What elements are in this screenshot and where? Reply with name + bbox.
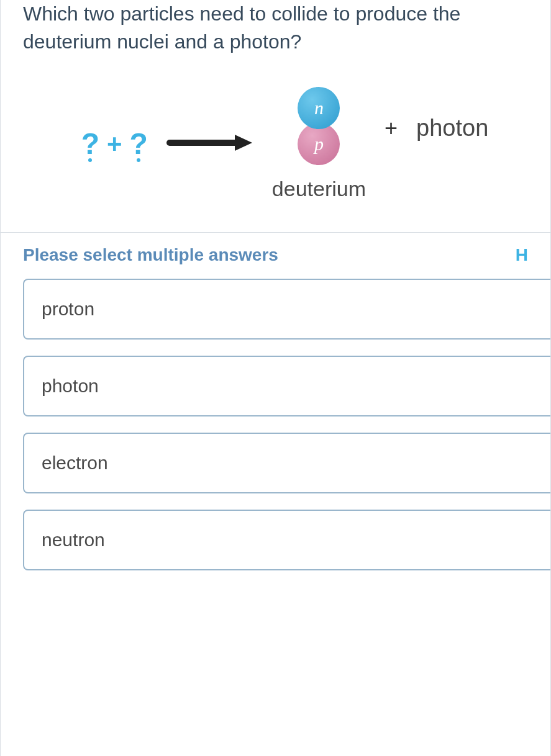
photon-label: photon <box>416 115 488 142</box>
unknown-particle-2: ? <box>130 127 148 161</box>
deuterium-group: n p deuterium <box>272 87 366 201</box>
question-text: Which two particles need to collide to p… <box>23 0 528 56</box>
answer-option-neutron[interactable]: neutron <box>23 510 550 570</box>
answer-label: proton <box>42 299 94 319</box>
answer-option-proton[interactable]: proton <box>23 279 550 340</box>
reactants: ? + ? <box>81 127 148 161</box>
reaction-diagram: ? + ? n p deuterium + ph <box>42 87 528 201</box>
plus-icon: + <box>385 115 398 142</box>
answers-section: Please select multiple answers H proton … <box>1 232 550 570</box>
quiz-container: Which two particles need to collide to p… <box>0 0 551 756</box>
answer-label: neutron <box>42 529 105 550</box>
proton-particle-icon: p <box>298 123 340 165</box>
deuterium-label: deuterium <box>272 177 366 201</box>
deuterium-nucleus-icon: n p <box>294 87 344 168</box>
answer-label: photon <box>42 376 99 396</box>
answer-option-electron[interactable]: electron <box>23 433 550 493</box>
question-section: Which two particles need to collide to p… <box>1 0 550 232</box>
products: n p deuterium + photon <box>272 87 488 201</box>
help-link[interactable]: H <box>516 245 528 265</box>
answer-option-photon[interactable]: photon <box>23 356 550 416</box>
unknown-particle-1: ? <box>81 127 99 161</box>
neutron-particle-icon: n <box>298 87 340 129</box>
answer-label: electron <box>42 452 108 473</box>
answer-instructions: Please select multiple answers <box>23 245 278 265</box>
arrow-icon <box>166 133 253 155</box>
svg-marker-1 <box>235 135 252 151</box>
plus-icon: + <box>107 129 122 159</box>
instructions-row: Please select multiple answers H <box>23 245 528 265</box>
